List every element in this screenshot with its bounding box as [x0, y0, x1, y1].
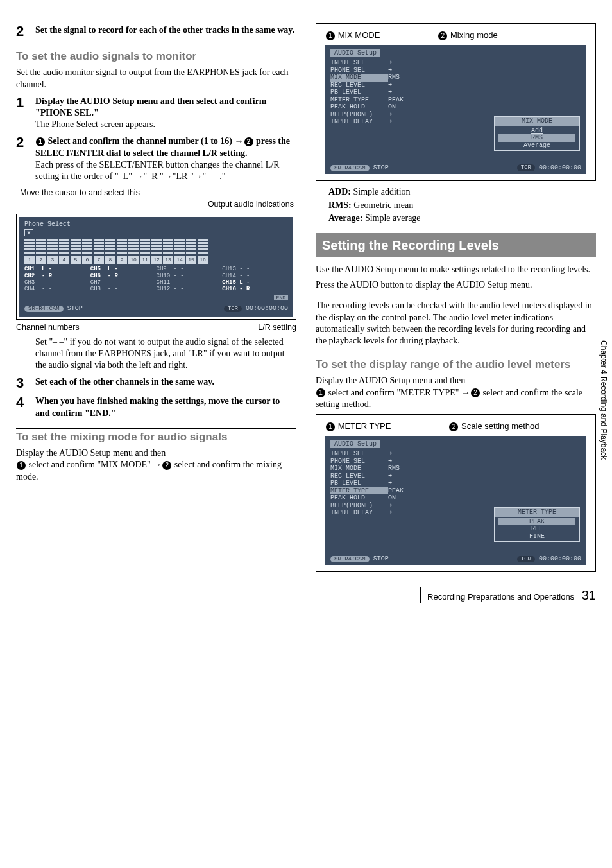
circle-2-icon: 2	[162, 461, 171, 470]
definition: Average: Simple average	[328, 213, 596, 224]
popup-option: RMS	[498, 134, 575, 142]
step-2: 2 Set the signal to record for each of t…	[16, 24, 296, 39]
foot-tcr: TCR	[517, 164, 535, 171]
popup-option: PEAK	[498, 518, 575, 526]
step-text: Display the AUDIO Setup menu and then se…	[35, 96, 267, 117]
monitor-step-2: 2 1 Select and confirm the channel numbe…	[16, 135, 296, 182]
menu-row: METER TYPE PEAK	[330, 487, 581, 495]
end-button: END	[274, 295, 288, 300]
channel-cell: CH8 - -	[90, 286, 157, 292]
channel-cell: CH14 - -	[222, 273, 288, 279]
subhead-metertype: To set the display range of the audio le…	[316, 356, 596, 371]
label-metertype: METER TYPE	[338, 421, 391, 431]
foot-device: SR-R4:CAM	[330, 165, 370, 171]
step-number: 2	[16, 24, 35, 39]
channel-cell: CH9 - -	[157, 266, 223, 272]
monitor-step-1: 1 Display the AUDIO Setup menu and then …	[16, 96, 296, 131]
channel-cell: CH11 - -	[157, 279, 223, 286]
step-number: 3	[16, 376, 35, 390]
channel-grid: CH1 L -CH5 L -CH9 - -CH13 - -CH2 - RCH6 …	[24, 266, 288, 292]
step-number: 4	[16, 395, 35, 419]
footer-text: Recording Preparations and Operations	[427, 592, 574, 602]
menu-row: PB LEVEL ➜	[330, 480, 581, 487]
circle-2-icon: 2	[438, 31, 447, 40]
lcd: AUDIO Setup INPUT SEL ➜PHONE SEL ➜MIX MO…	[325, 45, 586, 175]
circle-2-icon: 2	[244, 137, 253, 146]
foot-time: 00:00:00:00	[539, 164, 581, 172]
foot-device: SR-R4:CAM	[24, 306, 64, 312]
foot-time: 00:00:00:00	[539, 555, 581, 563]
phone-select-explain: Set "– –" if you do not want to output t…	[35, 336, 296, 372]
chart-caption: Output audio indications	[16, 199, 294, 209]
foot-device: SR-R4:CAM	[330, 556, 370, 562]
menu-row: REC LEVEL ➜	[330, 473, 581, 480]
channel-cell: CH1 L -	[24, 266, 90, 272]
popup-option: FINE	[498, 533, 575, 541]
subhead-monitor-text: Set the audio monitor signal to output f…	[16, 67, 296, 90]
definitions: ADD: Simple additionRMS: Geometric meanA…	[328, 186, 596, 224]
foot-tcr: TCR	[224, 306, 242, 312]
para-2: Press the AUDIO button to display the AU…	[316, 279, 596, 291]
mix-popup: MIX MODE AddRMSAverage	[494, 116, 580, 151]
step-number: 2	[16, 135, 35, 182]
foot-time: 00:00:00:00	[246, 305, 288, 313]
step-text: When you have finished making the settin…	[35, 396, 280, 417]
channel-cell: CH6 - R	[90, 273, 157, 279]
label-scalemethod: Scale setting method	[461, 421, 539, 431]
circle-1-icon: 1	[316, 388, 325, 397]
dropdown-icon: ▼	[24, 229, 33, 236]
meter-popup: METER TYPE PEAKREFFINE	[494, 507, 580, 542]
menu-row: INPUT SEL ➜	[330, 59, 581, 67]
definition: ADD: Simple addition	[328, 186, 596, 198]
foot-tcr: TCR	[517, 556, 535, 562]
menu-row: PEAK HOLD ON	[330, 103, 581, 111]
subhead-mixmode: To set the mixing mode for audio signals	[16, 428, 296, 444]
circle-1-icon: 1	[326, 31, 335, 40]
annot-lr-setting: L/R setting	[258, 322, 296, 333]
definition: RMS: Geometric mean	[328, 200, 596, 211]
lcd-title: AUDIO Setup	[330, 49, 380, 58]
channel-cell: CH3 - -	[24, 279, 90, 286]
circle-1-icon: 1	[17, 461, 26, 470]
menu-row: PB LEVEL ➜	[330, 89, 581, 96]
circle-1-icon: 1	[326, 422, 335, 431]
step-after: The Phone Select screen appears.	[35, 119, 296, 130]
label-mixmode: MIX MODE	[338, 30, 380, 40]
menu-row: INPUT SEL ➜	[330, 450, 581, 458]
step-after: Each press of the SELECT/ENTER button ch…	[35, 159, 296, 182]
monitor-step-3: 3 Set each of the other channels in the …	[16, 376, 296, 390]
channel-cell: CH13 - -	[222, 266, 288, 272]
phone-select-screen: Phone Select ▼ 12345678910111213141516 C…	[16, 214, 296, 320]
subhead-monitor: To set the audio signals to monitor	[16, 48, 296, 63]
channel-cell: CH15 L -	[222, 279, 288, 286]
popup-option: REF	[498, 525, 575, 533]
meter-type-screen: 1 METER TYPE 2 Scale setting method AUDI…	[316, 414, 596, 572]
channel-cell: CH2 - R	[24, 273, 90, 279]
channel-cell: CH5 L -	[90, 266, 157, 272]
lcd-title: AUDIO Setup	[330, 440, 380, 449]
popup-title: MIX MODE	[495, 117, 579, 126]
menu-row: PHONE SEL ➜	[330, 458, 581, 465]
monitor-step-4: 4 When you have finished making the sett…	[16, 395, 296, 419]
foot-stop: STOP	[373, 555, 389, 562]
step-number: 1	[16, 96, 35, 131]
step-text: Set the signal to record for each of the…	[35, 25, 294, 35]
circle-2-icon: 2	[449, 422, 458, 431]
para-1: Use the AUDIO Setup menu to make setting…	[316, 264, 596, 275]
foot-stop: STOP	[373, 164, 389, 171]
subhead-metertype-text: Display the AUDIO Setup menu and then 1 …	[316, 375, 596, 410]
subhead-mixmode-text: Display the AUDIO Setup menu and then 1 …	[16, 447, 296, 483]
channel-cell: CH12 - -	[157, 286, 223, 292]
channel-cell: CH10 - -	[157, 273, 223, 279]
menu-row: PHONE SEL ➜	[330, 67, 581, 74]
para-3: The recording levels can be checked with…	[316, 300, 596, 347]
popup-option: Add	[498, 127, 575, 135]
channel-numbers-strip: 12345678910111213141516	[24, 256, 288, 264]
level-bars	[24, 239, 288, 254]
section-banner: Setting the Recording Levels	[316, 233, 596, 257]
circle-1-icon: 1	[36, 137, 45, 146]
lcd: AUDIO Setup INPUT SEL ➜PHONE SEL ➜MIX MO…	[325, 436, 586, 566]
channel-cell: CH7 - -	[90, 279, 157, 286]
menu-row: REC LEVEL ➜	[330, 82, 581, 89]
step-text-a: Select and confirm the channel number (1…	[46, 136, 244, 146]
